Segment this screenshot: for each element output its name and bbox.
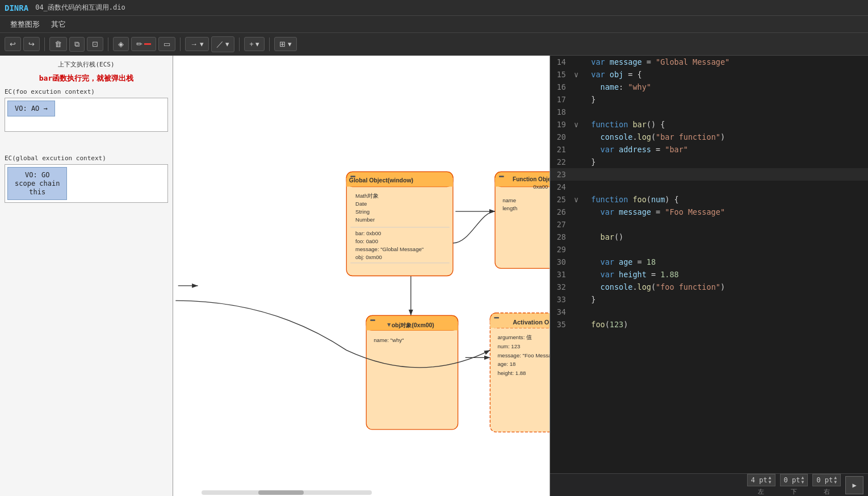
svg-text:Function Object(foo): Function Object(foo) [513,176,550,182]
paste-button[interactable]: ⊡ [87,37,103,51]
svg-text:Number: Number [355,216,375,223]
insert-button[interactable]: + ▾ [244,37,265,51]
code-line-35: 35 foo(123) [550,318,868,331]
line-num-16: 16 [550,81,571,93]
padding-bottom-down[interactable]: ▼ [801,480,804,485]
fill-button[interactable]: ◈ [113,37,129,51]
line-expand-25[interactable]: ∨ [571,193,582,206]
line-num-21: 21 [550,143,571,156]
line-num-30: 30 [550,256,571,268]
code-panel: 14 var message = "Global Message" 15 ∨ v… [550,56,868,496]
line-code-17: } [582,93,868,106]
padding-right-arrows[interactable]: ▲ ▼ [834,476,837,485]
toolbar-sep-3 [180,37,181,51]
line-code-25: function foo(num) { [582,193,868,206]
ec-global-label: EC(global excution context) [5,155,168,162]
svg-text:arguments: 值: arguments: 值 [497,334,532,340]
svg-text:height: 1.88: height: 1.88 [497,370,526,376]
vo-foo-box: VO: AO → [5,98,168,132]
code-line-22: 22 } [550,156,868,168]
connector-button[interactable]: → ▾ [185,37,209,51]
menu-adjust[interactable]: 整整图形 [5,17,45,32]
undo-button[interactable]: ↩ [5,37,21,51]
padding-left-control[interactable]: 4 pt ▲ ▼ [747,474,775,486]
menu-other[interactable]: 其它 [45,17,72,32]
code-line-32: 32 console.log("foo function") [550,281,868,293]
diagram-scrollbar[interactable] [202,490,372,495]
sidebar-label: 上下文执行栈(ECS) [5,60,168,69]
svg-text:num: 123: num: 123 [497,343,520,349]
grid-button[interactable]: ⊞ ▾ [274,37,297,51]
padding-left-arrows[interactable]: ▲ ▼ [769,476,771,485]
code-line-21: 21 var address = "bar" [550,143,868,156]
line-num-25: 25 [550,193,571,206]
line-num-22: 22 [550,156,571,168]
padding-bottom-control[interactable]: 0 pt ▲ ▼ [780,474,808,486]
line-code-31: var height = 1.88 [582,268,868,281]
border-button[interactable]: ▭ [158,37,175,51]
padding-right-control[interactable]: 0 pt ▲ ▼ [812,474,841,486]
svg-text:String: String [355,209,370,215]
line-code-32: console.log("foo function") [582,281,868,293]
code-line-16: 16 name: "why" [550,81,868,93]
line-button[interactable]: ／ ▾ [211,36,235,52]
ec-foo-box: EC(foo excution context) VO: AO → [5,88,168,132]
svg-text:bar: 0xb00: bar: 0xb00 [355,230,381,236]
play-button[interactable]: ▶ [845,476,863,494]
svg-rect-24 [499,176,504,177]
line-num-14: 14 [550,56,571,68]
line-num-35: 35 [550,318,571,331]
line-num-17: 17 [550,93,571,106]
line-num-28: 28 [550,231,571,243]
vo-go-line1: VO: GO [25,171,49,179]
code-line-23: 23 [550,168,868,181]
line-code-35: foo(123) [582,318,868,331]
padding-left-label: 左 [758,487,764,496]
diagram-svg: Global Object(window) Math对象 Date String… [173,56,550,496]
main-layout: 上下文执行栈(ECS) bar函数执行完，就被弹出栈 EC(foo excuti… [0,56,868,496]
line-expand-15[interactable]: ∨ [571,68,582,81]
code-line-17: 17 } [550,93,868,106]
line-num-26: 26 [550,206,571,218]
code-line-19: 19 ∨ function bar() { [550,118,868,131]
svg-text:Global Object(window): Global Object(window) [349,177,413,184]
svg-rect-29 [366,315,458,430]
code-line-20: 20 console.log("bar function") [550,131,868,143]
line-num-19: 19 [550,118,571,131]
delete-button[interactable]: 🗑 [49,37,67,51]
toolbar-sep-1 [44,37,45,51]
padding-right-group: 0 pt ▲ ▼ 右 [812,474,841,496]
line-expand-19[interactable]: ∨ [571,118,582,131]
line-num-32: 32 [550,281,571,293]
svg-text:length: length [502,205,517,211]
sidebar-panel: 上下文执行栈(ECS) bar函数执行完，就被弹出栈 EC(foo excuti… [0,56,173,496]
copy-button[interactable]: ⧉ [69,37,85,52]
padding-right-value: 0 pt [816,476,833,484]
padding-right-down[interactable]: ▼ [834,480,837,485]
vo-go-line3: this [29,188,45,196]
svg-text:age: 18: age: 18 [497,361,515,367]
toolbar-sep-4 [239,37,240,51]
file-title: 04_函数代码的相互调用.dio [35,3,125,12]
padding-bottom-arrows[interactable]: ▲ ▼ [801,476,804,485]
code-line-30: 30 var age = 18 [550,256,868,268]
stroke-button[interactable]: ✏ [131,37,156,51]
line-code-21: var address = "bar" [582,143,868,156]
line-code-33: } [582,293,868,306]
svg-rect-39 [494,317,499,319]
code-line-18: 18 [550,106,868,118]
toolbar-sep-5 [269,37,270,51]
diagram-area[interactable]: Global Object(window) Math对象 Date String… [173,56,550,496]
menu-bar: 整整图形 其它 [0,16,868,33]
svg-text:0xa00: 0xa00 [533,184,548,190]
line-num-20: 20 [550,131,571,143]
vo-go-line2: scope chain [15,180,60,187]
line-code-22: } [582,156,868,168]
top-bar: DINRA 04_函数代码的相互调用.dio [0,0,868,16]
code-line-31: 31 var height = 1.88 [550,268,868,281]
svg-text:name: "why": name: "why" [374,337,404,343]
line-num-23: 23 [550,168,571,181]
padding-left-down[interactable]: ▼ [769,480,771,485]
bottom-bar: 4 pt ▲ ▼ 左 0 pt ▲ ▼ 下 [550,473,868,496]
redo-button[interactable]: ↪ [23,37,40,51]
